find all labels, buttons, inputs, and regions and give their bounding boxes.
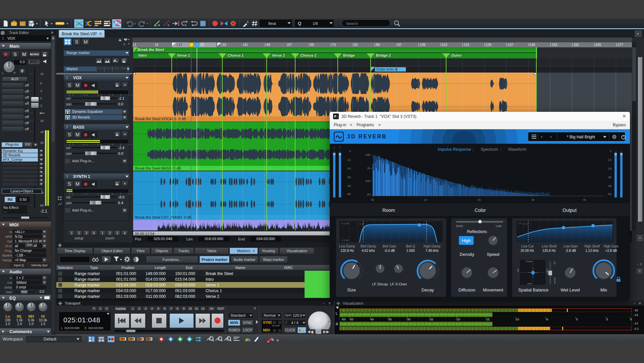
svg-text:−: −	[219, 337, 221, 340]
svg-text:-2.4 dB: -2.4 dB	[341, 239, 348, 241]
svg-text:+2.0 dB: +2.0 dB	[341, 222, 349, 225]
svg-text:+: +	[211, 337, 212, 340]
svg-text:-14: -14	[518, 222, 521, 225]
